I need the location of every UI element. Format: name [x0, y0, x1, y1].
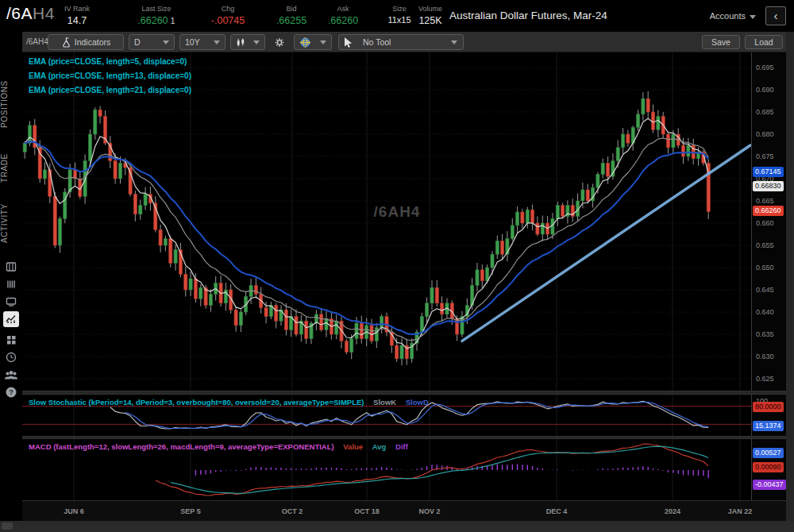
panel-splitter[interactable] — [22, 436, 786, 439]
legend-avg: Avg — [372, 442, 387, 451]
time-axis-label: SEP 5 — [173, 507, 208, 515]
patterns-dropdown[interactable] — [294, 34, 332, 50]
chart-icon[interactable] — [3, 311, 19, 327]
time-axis-label: DEC 4 — [539, 507, 574, 515]
time-axis-label: OCT 18 — [349, 507, 384, 515]
study-label-ema13[interactable]: EMA (price=CLOSE, length=13, displace=0) — [29, 71, 191, 80]
stochastic-bubble: 15.1374 — [753, 421, 784, 431]
chart-toolbar: /6AH4 Indicators D 10Y No Tool ─ ● Save … — [22, 32, 794, 52]
resize-grip[interactable] — [2, 522, 13, 530]
price-tick: 0.660 — [756, 219, 774, 227]
price-tick: 0.650 — [756, 264, 774, 272]
stat-chg: Chg -.00745 — [196, 5, 260, 26]
chevron-down-icon — [163, 40, 169, 44]
legend-slowk: SlowK — [373, 398, 396, 407]
bottom-bar — [0, 521, 794, 532]
time-axis-label: JUN 6 — [56, 507, 91, 515]
gear-icon — [275, 37, 284, 48]
monitor-icon[interactable] — [3, 294, 19, 310]
candlestick-icon — [236, 37, 245, 48]
price-tick: 0.655 — [756, 241, 774, 249]
price-tick: 0.680 — [756, 130, 774, 138]
price-tick: 0.675 — [756, 152, 774, 160]
price-axis[interactable]: 0.6950.6900.6850.6800.6750.6700.6650.660… — [751, 52, 786, 500]
price-tick: 0.640 — [756, 308, 774, 316]
stochastic-label[interactable]: Slow Stochastic (kPeriod=14, dPeriod=3, … — [29, 398, 429, 407]
aggregation-dropdown[interactable]: D — [129, 34, 175, 50]
right-edge-strip — [786, 32, 794, 521]
stat-iv-rank: IV Rank 14.7 — [45, 5, 109, 26]
instrument-title: Australian Dollar Futures, Mar-24 — [449, 10, 607, 21]
svg-text:?: ? — [9, 388, 13, 396]
load-button[interactable]: Load — [745, 35, 783, 49]
legend-diff: Diff — [395, 442, 408, 451]
chart-watermark: /6AH4 — [341, 203, 453, 221]
price-tick: 0.630 — [756, 353, 774, 360]
chart-symbol-tab[interactable]: /6AH4 — [26, 37, 48, 46]
macd-bubble: 0.00527 — [753, 448, 784, 458]
left-sidebar: POSITIONS TRADE ACTIVITY ? — [0, 32, 22, 532]
grid-icon[interactable] — [3, 332, 19, 348]
chevron-down-icon — [320, 40, 326, 44]
bars-icon[interactable] — [3, 276, 19, 292]
panel-splitter[interactable] — [22, 391, 786, 395]
chevron-down-icon — [750, 15, 756, 19]
drawing-tool-dropdown[interactable]: No Tool — [338, 34, 464, 50]
macd-bubble: 0.00090 — [753, 462, 784, 472]
study-label-ema21[interactable]: EMA (price=CLOSE, length=21, displace=0) — [29, 86, 191, 94]
clock-icon[interactable] — [3, 349, 19, 365]
sidebar-tab-trade[interactable]: TRADE — [0, 145, 22, 192]
time-axis-label: NOV 2 — [412, 507, 447, 515]
chevron-down-icon — [451, 40, 457, 44]
chevron-down-icon — [253, 40, 260, 44]
chart-settings-button[interactable] — [270, 34, 289, 50]
stat-last-size: Last Size .662601 — [117, 5, 196, 26]
macd-label[interactable]: MACD (fastLength=12, slowLength=26, macd… — [29, 442, 408, 451]
stochastic-bubble: 80.0000 — [753, 402, 784, 412]
price-bubble: 0.66260 — [753, 206, 784, 216]
macd-bubble: -0.00437 — [753, 480, 786, 490]
price-tick: 0.695 — [756, 64, 774, 71]
time-axis-label: JAN 22 — [723, 507, 757, 515]
save-button[interactable]: Save — [702, 35, 740, 49]
study-labels[interactable]: EMA (price=CLOSE, length=5, displace=0) … — [29, 57, 191, 100]
price-tick: 0.665 — [756, 197, 774, 205]
price-tick: 0.635 — [756, 330, 774, 338]
collapse-panel-button[interactable]: ‹ — [765, 6, 786, 25]
symbol-root: /6A — [6, 4, 33, 22]
legend-value: Value — [343, 442, 363, 451]
time-axis[interactable]: JUN 6SEP 5OCT 2OCT 18NOV 2DEC 42024JAN 2… — [22, 500, 786, 521]
sidebar-tab-activity[interactable]: ACTIVITY — [0, 196, 22, 250]
chevron-down-icon — [214, 40, 220, 44]
price-tick: 0.690 — [756, 86, 774, 94]
last-qty: 1 — [171, 16, 175, 25]
price-bubble: 0.66830 — [753, 181, 784, 191]
sidebar-tab-positions[interactable]: POSITIONS — [0, 67, 22, 141]
time-axis-label: OCT 2 — [275, 507, 310, 515]
price-chart-canvas[interactable] — [22, 52, 751, 391]
price-tick: 0.645 — [756, 286, 774, 294]
top-quote-bar: /6AH4 IV Rank 14.7 Last Size .662601 Chg… — [0, 0, 794, 32]
app-window: /6AH4 IV Rank 14.7 Last Size .662601 Chg… — [0, 0, 794, 532]
range-dropdown[interactable]: 10Y — [179, 34, 225, 50]
pattern-globe-icon — [299, 37, 311, 48]
price-tick: 0.685 — [756, 108, 774, 116]
chart-type-dropdown[interactable] — [230, 34, 265, 50]
ledger-icon[interactable] — [3, 259, 19, 275]
time-axis-label: 2024 — [655, 507, 690, 515]
community-icon[interactable] — [3, 367, 19, 383]
accounts-menu[interactable]: Accounts — [710, 11, 756, 21]
price-bubble: 0.67145 — [753, 167, 784, 177]
legend-slowd: SlowD — [406, 398, 429, 407]
stat-ask: Ask .66260 — [311, 5, 375, 26]
study-label-ema5[interactable]: EMA (price=CLOSE, length=5, displace=0) — [29, 57, 191, 66]
indicators-button[interactable]: Indicators — [48, 34, 124, 50]
price-tick: 0.625 — [756, 375, 774, 383]
cursor-icon — [344, 37, 353, 48]
help-icon[interactable]: ? — [3, 384, 19, 400]
beaker-icon — [61, 37, 71, 48]
